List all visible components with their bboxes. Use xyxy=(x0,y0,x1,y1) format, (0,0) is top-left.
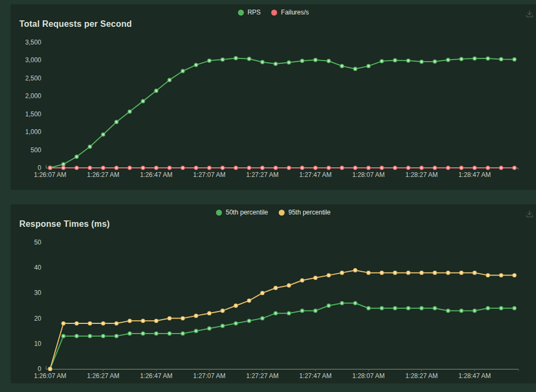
data-point xyxy=(393,307,397,310)
data-point xyxy=(221,58,224,61)
download-icon[interactable] xyxy=(525,9,534,19)
data-point xyxy=(460,271,463,275)
data-point xyxy=(168,317,171,320)
legend-label: 50th percentile xyxy=(226,209,268,216)
dashboard: { "page": { "background_color": "#22372e… xyxy=(0,0,536,392)
requests-chart-canvas[interactable]: 05001,0001,5002,0002,5003,0003,5001:26:0… xyxy=(11,4,536,190)
data-point xyxy=(62,335,65,338)
data-point xyxy=(181,166,184,169)
data-point xyxy=(327,60,330,63)
data-point xyxy=(115,335,118,338)
data-point xyxy=(142,100,145,103)
data-point xyxy=(260,166,264,169)
data-point xyxy=(301,166,304,169)
data-point xyxy=(234,166,237,169)
y-axis-label: 3,000 xyxy=(25,56,41,64)
x-axis-label: 1:26:07 AM xyxy=(34,171,66,179)
data-point xyxy=(248,319,251,322)
x-axis-label: 1:26:47 AM xyxy=(140,171,173,179)
p95-legend-marker-icon xyxy=(279,210,285,216)
data-point xyxy=(101,166,105,169)
data-point xyxy=(75,322,78,325)
data-point xyxy=(486,57,489,60)
legend-item-95th-percentile[interactable]: 95th percentile xyxy=(279,209,331,216)
x-axis-label: 1:27:47 AM xyxy=(299,171,332,179)
series-line xyxy=(50,58,515,167)
data-point xyxy=(287,61,291,64)
data-point xyxy=(287,312,291,315)
data-point xyxy=(513,307,516,310)
data-point xyxy=(473,166,476,169)
y-axis-label: 0 xyxy=(38,164,41,172)
data-point xyxy=(367,166,370,169)
data-point xyxy=(101,133,105,136)
data-point xyxy=(460,309,463,312)
data-point xyxy=(168,166,171,169)
data-point xyxy=(181,69,184,72)
response-times-chart-canvas[interactable]: 010203040501:26:07 AM1:26:27 AM1:26:47 A… xyxy=(11,204,536,383)
data-point xyxy=(62,162,65,166)
data-point xyxy=(287,284,291,287)
data-point xyxy=(142,319,145,322)
x-axis-label: 1:28:07 AM xyxy=(352,171,385,179)
data-point xyxy=(154,166,158,169)
data-point xyxy=(301,59,304,62)
data-point xyxy=(195,314,198,317)
x-axis-label: 1:26:27 AM xyxy=(87,372,120,380)
data-point xyxy=(48,166,51,169)
data-point xyxy=(221,324,224,328)
data-point xyxy=(260,61,264,64)
data-point xyxy=(327,166,330,169)
chart-title: Response Times (ms) xyxy=(19,219,110,229)
y-axis-label: 30 xyxy=(34,289,42,297)
data-point xyxy=(500,307,503,310)
data-point xyxy=(88,335,92,338)
data-point xyxy=(380,307,383,310)
data-point xyxy=(446,309,450,312)
data-point xyxy=(260,317,264,320)
data-point xyxy=(154,332,158,335)
data-point xyxy=(420,271,423,275)
x-axis-line xyxy=(46,366,518,369)
data-point xyxy=(101,335,105,338)
y-axis-label: 0 xyxy=(38,365,41,373)
data-point xyxy=(460,166,463,169)
legend-item-50th-percentile[interactable]: 50th percentile xyxy=(216,209,268,216)
data-point xyxy=(314,166,317,169)
legend-label: 95th percentile xyxy=(288,209,331,216)
data-point xyxy=(340,166,344,169)
download-icon[interactable] xyxy=(525,209,534,219)
legend-item-rps[interactable]: RPS xyxy=(238,9,261,16)
data-point xyxy=(88,145,92,148)
data-point xyxy=(274,62,277,65)
legend-item-failures[interactable]: Failures/s xyxy=(271,9,309,16)
data-point xyxy=(393,58,397,62)
data-point xyxy=(195,166,198,169)
data-point xyxy=(115,166,118,169)
data-point xyxy=(101,322,105,325)
data-point xyxy=(128,166,131,169)
y-axis-label: 1,000 xyxy=(25,128,41,136)
data-point xyxy=(75,166,78,169)
x-axis-label: 1:28:47 AM xyxy=(458,171,491,179)
data-point xyxy=(460,57,463,61)
data-point xyxy=(473,309,476,312)
data-point xyxy=(420,307,423,310)
data-point xyxy=(128,332,131,335)
x-axis-label: 1:26:47 AM xyxy=(140,372,173,380)
data-point xyxy=(181,332,184,335)
x-axis-label: 1:28:27 AM xyxy=(405,372,438,380)
data-point xyxy=(367,64,370,68)
x-axis-label: 1:27:47 AM xyxy=(299,372,332,380)
data-point xyxy=(500,57,503,61)
chart-panel-response-times: 010203040501:26:07 AM1:26:27 AM1:26:47 A… xyxy=(11,204,536,383)
data-point xyxy=(354,269,357,272)
data-point xyxy=(168,332,171,335)
data-point xyxy=(420,166,423,169)
data-point xyxy=(154,89,158,92)
data-point xyxy=(486,273,489,277)
y-axis-label: 3,500 xyxy=(25,39,41,46)
chart-title: Total Requests per Second xyxy=(19,19,132,29)
data-point xyxy=(234,304,237,307)
data-point xyxy=(221,166,224,169)
